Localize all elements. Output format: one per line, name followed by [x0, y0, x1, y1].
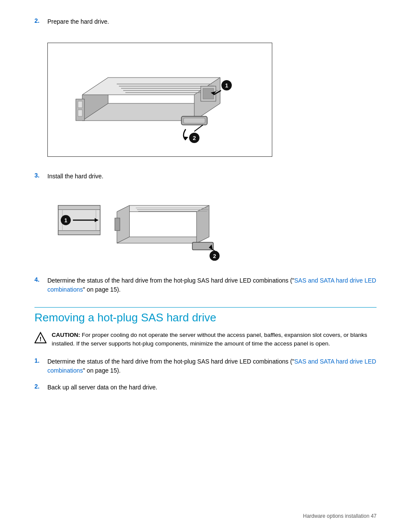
caution-box: ! CAUTION: For proper cooling do not ope…	[34, 331, 377, 348]
hdd-illustration-2: 1 2	[47, 189, 228, 266]
svg-text:2: 2	[193, 135, 196, 141]
section-step-1-number: 1.	[34, 357, 47, 364]
figure-2-container: 1 2	[47, 189, 377, 268]
figure-1-box: 1 2	[47, 43, 272, 157]
step-3-number: 3.	[34, 172, 47, 179]
page-footer: Hardware options installation 47	[303, 513, 377, 519]
link-sas-led-2[interactable]: SAS and SATA hard drive LED combinations	[47, 358, 376, 374]
section-step-1-text: Determine the status of the hard drive f…	[47, 357, 377, 375]
svg-text:1: 1	[225, 82, 228, 89]
section-step-1: 1. Determine the status of the hard driv…	[34, 357, 377, 375]
caution-label: CAUTION:	[52, 332, 80, 338]
step-4-number: 4.	[34, 276, 47, 283]
step-3-text: Install the hard drive.	[47, 172, 377, 181]
svg-text:2: 2	[213, 253, 216, 259]
svg-marker-33	[117, 205, 209, 212]
step-2: 2. Prepare the hard drive.	[34, 17, 377, 26]
section-heading: Removing a hot-plug SAS hard drive	[34, 307, 377, 324]
svg-rect-41	[192, 243, 213, 250]
svg-rect-25	[58, 205, 100, 210]
step-2-number: 2.	[34, 17, 47, 24]
svg-rect-12	[78, 101, 82, 108]
svg-text:!: !	[40, 336, 42, 342]
caution-icon: !	[34, 332, 47, 344]
svg-text:1: 1	[64, 218, 67, 224]
caution-text: CAUTION: For proper cooling do not opera…	[52, 331, 377, 348]
section-step-2: 2. Back up all server data on the hard d…	[34, 383, 377, 392]
svg-rect-13	[78, 110, 82, 116]
svg-rect-10	[203, 88, 214, 99]
svg-rect-40	[115, 218, 120, 230]
caution-body: For proper cooling do not operate the se…	[52, 332, 367, 347]
section-step-2-number: 2.	[34, 383, 47, 390]
svg-rect-26	[58, 230, 100, 235]
svg-rect-15	[184, 118, 205, 123]
step-2-text: Prepare the hard drive.	[47, 17, 377, 26]
footer-text: Hardware options installation 47	[303, 513, 377, 519]
page-content: 2. Prepare the hard drive.	[0, 0, 411, 426]
step-3: 3. Install the hard drive.	[34, 172, 377, 181]
step-4: 4. Determine the status of the hard driv…	[34, 276, 377, 294]
section-step-2-text: Back up all server data on the hard driv…	[47, 383, 377, 392]
step-4-text: Determine the status of the hard drive f…	[47, 276, 377, 294]
hdd-illustration-1: 1 2	[56, 52, 263, 146]
link-sas-led-1[interactable]: SAS and SATA hard drive LED combinations	[47, 277, 376, 293]
svg-line-23	[194, 125, 203, 131]
